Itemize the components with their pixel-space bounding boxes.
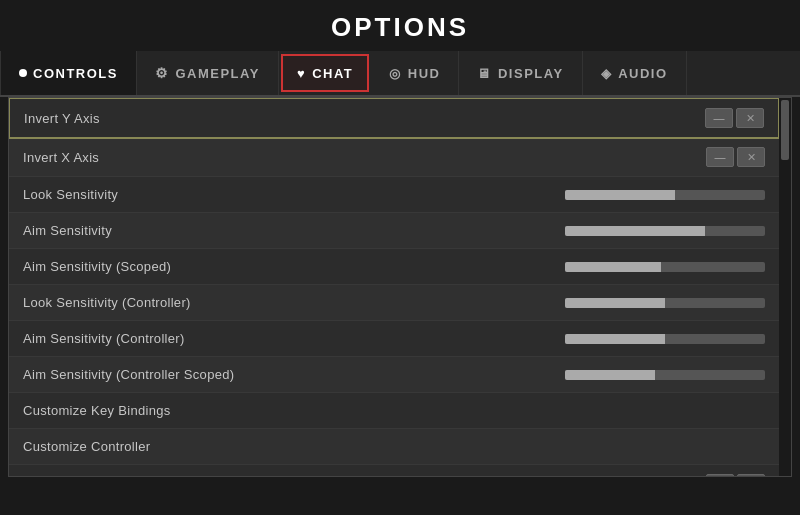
table-row[interactable]: Customize Controller [9,429,779,465]
gear-icon: ⚙ [155,65,170,81]
slider-fill [565,370,655,380]
tab-chat-label: CHAT [312,66,353,81]
option-control [565,298,765,308]
option-control: — ✕ [705,108,764,128]
hud-icon: ◎ [389,66,402,81]
option-label: Customize Controller [23,439,150,454]
tab-chat[interactable]: ♥ CHAT [281,54,369,92]
slider-fill [565,190,675,200]
speaker-icon: ◈ [601,66,613,81]
table-row: Aim Sensitivity (Scoped) [9,249,779,285]
page-title: OPTIONS [0,0,800,51]
dot-icon [19,69,27,77]
x-icon: ✕ [747,151,756,164]
option-label: Look Sensitivity (Controller) [23,295,191,310]
toggle-off-button[interactable]: — [706,474,734,477]
table-row: Aim Sensitivity (Controller Scoped) [9,357,779,393]
option-label: Aim Sensitivity [23,223,112,238]
tab-hud-label: HUD [408,66,441,81]
tab-display[interactable]: 🖥 DISPLAY [459,51,582,95]
toggle-x-button[interactable]: ✕ [737,147,765,167]
tab-hud[interactable]: ◎ HUD [371,51,459,95]
table-row: Invert X Axis — ✕ [9,138,779,177]
slider-fill [565,298,665,308]
table-row: Look Sensitivity [9,177,779,213]
slider[interactable] [565,262,765,272]
tab-controls[interactable]: CONTROLS [0,51,137,95]
tab-display-label: DISPLAY [498,66,564,81]
option-label: Look Sensitivity [23,187,118,202]
table-row[interactable]: Customize Key Bindings [9,393,779,429]
option-control [565,370,765,380]
tab-controls-label: CONTROLS [33,66,118,81]
table-row: Invert Y Axis — ✕ [9,98,779,138]
slider-fill [565,334,665,344]
option-control [565,226,765,236]
dash-icon: — [715,151,726,163]
toggle-off-button[interactable]: — [706,147,734,167]
option-control [565,262,765,272]
tab-gameplay-label: GAMEPLAY [175,66,259,81]
slider-fill [565,226,705,236]
table-row: Aim Sensitivity [9,213,779,249]
slider[interactable] [565,190,765,200]
option-label: Aim Sensitivity (Controller Scoped) [23,367,234,382]
option-label: Customize Key Bindings [23,403,171,418]
x-icon: ✕ [746,112,755,125]
toggle-x-button[interactable]: ✕ [736,108,764,128]
slider[interactable] [565,226,765,236]
tab-audio-label: AUDIO [618,66,667,81]
tab-gameplay[interactable]: ⚙ GAMEPLAY [137,51,279,95]
slider-fill [565,262,661,272]
option-label: Aim Sensitivity (Controller) [23,331,185,346]
option-control [565,334,765,344]
chat-icon: ♥ [297,66,306,81]
slider[interactable] [565,370,765,380]
table-row: Aim Sensitivity (Controller) [9,321,779,357]
option-label: Aim Sensitivity (Scoped) [23,259,171,274]
option-control: — ✕ [706,147,765,167]
table-row: Enable Controller Southpaw — ✕ [9,465,779,477]
monitor-icon: 🖥 [477,66,492,81]
option-label: Invert X Axis [23,150,99,165]
options-list: Invert Y Axis — ✕ Invert X Axis — ✕ [9,98,779,477]
tabs-bar: CONTROLS ⚙ GAMEPLAY ♥ CHAT ◎ HUD 🖥 DISPL… [0,51,800,97]
option-control [565,190,765,200]
tab-audio[interactable]: ◈ AUDIO [583,51,687,95]
dash-icon: — [714,112,725,124]
option-label: Invert Y Axis [24,111,100,126]
slider[interactable] [565,334,765,344]
option-label: Enable Controller Southpaw [23,477,193,478]
toggle-x-button[interactable]: ✕ [737,474,765,477]
toggle-off-button[interactable]: — [705,108,733,128]
scrollbar-thumb[interactable] [781,100,789,160]
content-area: Invert Y Axis — ✕ Invert X Axis — ✕ [8,97,792,477]
option-control: — ✕ [706,474,765,477]
scrollbar[interactable] [779,98,791,476]
table-row: Look Sensitivity (Controller) [9,285,779,321]
slider[interactable] [565,298,765,308]
